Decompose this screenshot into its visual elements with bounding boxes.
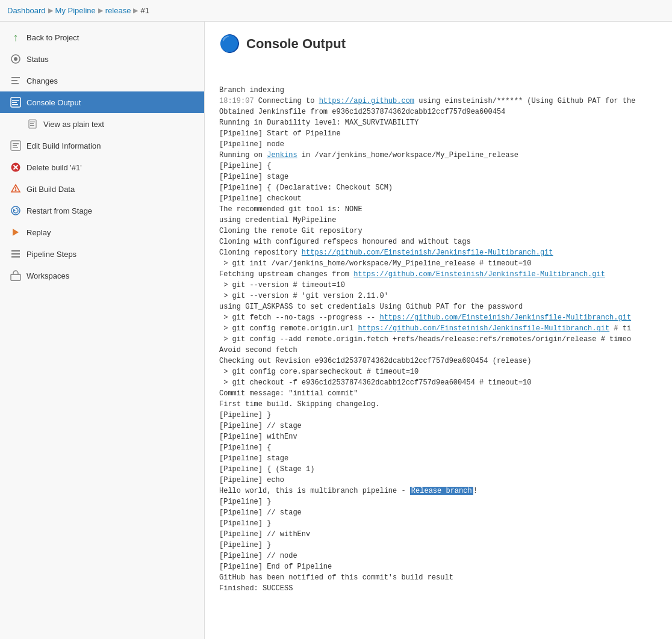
sidebar-item-back-to-project[interactable]: ↑ Back to Project [0,26,204,48]
jenkins-link[interactable]: Jenkins [267,151,297,159]
sidebar-item-changes[interactable]: Changes [0,70,204,91]
console-line: [Pipeline] } [219,540,658,551]
console-line: Cloning the remote Git repository [219,226,658,236]
sidebar-item-workspaces[interactable]: Workspaces [0,265,204,286]
console-line: > git init /var/jenkins_home/workspace/M… [219,258,658,269]
svg-rect-4 [11,83,19,84]
svg-rect-10 [30,122,35,122]
svg-marker-25 [13,229,19,236]
sidebar-item-back-to-project-label: Back to Project [26,33,79,42]
console-line: > git config core.sparsecheckout # timeo… [219,366,658,377]
console-line: First time build. Skipping changelog. [219,399,658,410]
console-line: [Pipeline] { [219,442,658,453]
breadcrumb-release[interactable]: release [105,6,131,15]
back-to-project-icon: ↑ [10,31,22,43]
pipeline-steps-icon [10,248,22,260]
console-line: [Pipeline] { (Declarative: Checkout SCM) [219,182,658,193]
sidebar-item-restart-stage[interactable]: Restart from Stage [0,200,204,221]
svg-rect-15 [13,145,17,146]
sidebar-item-view-plain-text-label: View as plain text [43,120,104,129]
console-line: [Pipeline] // stage [219,507,658,518]
console-line: [Pipeline] echo [219,475,658,486]
console-header: 🔵 Console Output [219,34,658,54]
replay-icon [10,226,22,238]
main-layout: ↑ Back to Project Status Changes Console… [0,22,672,639]
console-line: Obtained Jenkinsfile from e936c1d2537874… [219,106,658,117]
sidebar-item-status-label: Status [26,55,49,64]
console-line: The recommended git tool is: NONE [219,204,658,215]
fetch-link[interactable]: https://github.com/Einsteinish/Jenkinsfi… [353,270,605,279]
console-line: [Pipeline] } [219,518,658,529]
changes-icon [10,75,22,87]
breadcrumb-sep-3: ▶ [133,7,138,14]
console-line: [Pipeline] withEnv [219,431,658,442]
svg-rect-29 [11,274,20,280]
console-line: Finished: SUCCESS [219,583,658,594]
breadcrumb-my-pipeline[interactable]: My Pipeline [55,6,96,15]
console-line: 18:19:07 Connecting to https://api.githu… [219,96,658,106]
sidebar-item-pipeline-steps-label: Pipeline Steps [26,250,76,259]
console-line: Avoid second fetch [219,345,658,356]
console-line: Hello world, this is multibranch pipelin… [219,486,658,496]
svg-rect-11 [30,123,34,124]
console-line: > git --version # timeout=10 [219,280,658,291]
sidebar-item-pipeline-steps[interactable]: Pipeline Steps [0,243,204,265]
breadcrumb-dashboard[interactable]: Dashboard [7,6,46,15]
svg-rect-8 [12,104,18,105]
sidebar-item-changes-label: Changes [26,76,58,85]
svg-rect-7 [12,102,17,103]
console-line: [Pipeline] stage [219,453,658,464]
console-line: [Pipeline] } [219,410,658,421]
console-line: Checking out Revision e936c1d2537874362d… [219,356,658,366]
console-line: Branch indexing [219,85,658,96]
console-line: Running in Durability level: MAX_SURVIVA… [219,117,658,128]
sidebar-item-replay[interactable]: Replay [0,221,204,243]
console-output-icon [10,96,22,108]
console-line: > git config --add remote.origin.fetch +… [219,334,658,345]
sidebar-item-console-output-label: Console Output [26,98,81,107]
sidebar-item-view-plain-text[interactable]: View as plain text [0,113,204,135]
svg-point-23 [11,206,20,215]
sidebar-item-delete-build-label: Delete build '#1' [26,163,82,172]
restart-stage-icon [10,205,22,217]
console-line: Cloning with configured refspecs honoure… [219,236,658,247]
breadcrumb-sep-2: ▶ [98,7,103,14]
github-api-link[interactable]: https://api.github.com [319,97,414,105]
console-line: [Pipeline] // withEnv [219,529,658,540]
console-line: Running on Jenkins in /var/jenkins_home/… [219,150,658,161]
console-line: [Pipeline] stage [219,171,658,182]
repo-link[interactable]: https://github.com/Einsteinish/Jenkinsfi… [302,248,553,257]
console-line: [Pipeline] { [219,161,658,171]
sidebar-item-edit-build-info[interactable]: Edit Build Information [0,135,204,156]
svg-rect-14 [13,143,19,144]
sidebar-item-console-output[interactable]: Console Output [0,91,204,113]
console-line: [Pipeline] { (Stage 1) [219,464,658,475]
console-line: > git checkout -f e936c1d2537874362dcabb… [219,377,658,388]
console-line: [Pipeline] checkout [219,193,658,204]
svg-point-1 [14,57,17,61]
main-content: 🔵 Console Output Branch indexing18:19:07… [205,22,672,639]
svg-rect-3 [11,80,17,81]
console-line: Fetching upstream changes from https://g… [219,269,658,280]
console-line: Cloning repository https://github.com/Ei… [219,247,658,258]
repo-link[interactable]: https://github.com/Einsteinish/Jenkinsfi… [358,324,609,333]
console-output-content: Branch indexing18:19:07 Connecting to ht… [219,63,658,594]
git-build-data-icon [10,183,22,195]
breadcrumb-sep-1: ▶ [48,7,53,14]
console-line: > git fetch --no-tags --progress -- http… [219,312,658,323]
breadcrumb-build: #1 [140,6,149,15]
sidebar-item-replay-label: Replay [26,228,51,237]
delete-build-icon [10,161,22,173]
repo-link[interactable]: https://github.com/Einsteinish/Jenkinsfi… [379,313,631,322]
console-line: > git --version # 'git version 2.11.0' [219,291,658,301]
console-globe-icon: 🔵 [219,34,240,54]
sidebar-item-git-build-data-label: Git Build Data [26,185,75,194]
svg-rect-27 [11,253,20,255]
sidebar-item-edit-build-info-label: Edit Build Information [26,141,101,150]
status-icon [10,53,22,65]
sidebar-item-status[interactable]: Status [0,48,204,70]
sidebar-item-git-build-data[interactable]: Git Build Data [0,178,204,200]
sidebar-item-delete-build[interactable]: Delete build '#1' [0,156,204,178]
workspaces-icon [10,270,22,282]
edit-build-info-icon [10,140,22,152]
